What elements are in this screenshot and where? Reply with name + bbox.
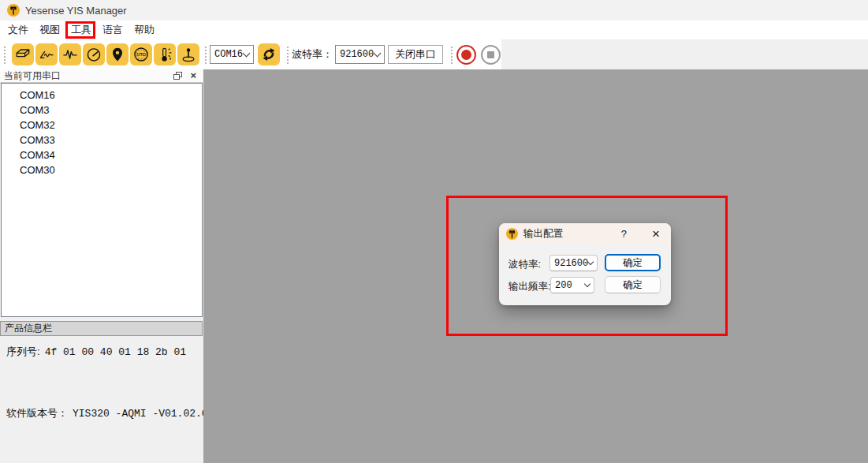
menu-item-help[interactable]: 帮助 [129, 21, 160, 39]
dialog-frequency-label: 输出频率: [509, 280, 550, 293]
utc-clock-button[interactable]: UTC [130, 43, 152, 65]
dialog-logo-icon [506, 228, 518, 240]
tools-menu-annotation-box [65, 21, 95, 39]
dialog-frequency-select[interactable]: 200 [550, 277, 594, 293]
menu-item-language[interactable]: 语言 [97, 21, 129, 39]
software-version-label: 软件版本号： [6, 407, 68, 419]
chevron-down-icon [374, 49, 382, 57]
dock-title: 当前可用串口 [4, 69, 173, 83]
chevron-down-icon [584, 281, 590, 287]
list-item-port[interactable]: COM30 [2, 162, 202, 177]
waveform-icon [61, 45, 80, 64]
list-item-port[interactable]: COM32 [2, 118, 202, 133]
location-button[interactable] [106, 43, 129, 65]
location-pin-icon [108, 45, 127, 64]
toolbar: UTC COM16 [0, 39, 868, 69]
dialog-frequency-ok-button[interactable]: 确定 [605, 276, 661, 293]
dialog-baud-select[interactable]: 921600 [549, 255, 598, 271]
angle-waveform-button[interactable] [35, 43, 58, 65]
dialog-help-button[interactable]: ? [621, 228, 627, 240]
menu-item-file[interactable]: 文件 [2, 21, 34, 39]
toolbar-grip-handle[interactable] [203, 45, 207, 64]
port-select[interactable]: COM16 [210, 45, 254, 64]
dialog-baud-label: 波特率: [509, 258, 541, 271]
gauge-button[interactable] [83, 43, 105, 65]
stop-button[interactable] [481, 45, 501, 65]
product-info-area: 序列号:4f 01 00 40 01 18 2b 01 软件版本号：YIS320… [0, 336, 203, 463]
angle-waveform-icon [37, 45, 56, 64]
list-item-port[interactable]: COM3 [2, 103, 202, 118]
joystick-button[interactable] [177, 43, 199, 65]
waveform-button[interactable] [59, 43, 81, 65]
software-version-value: YIS320 -AQMI -V01.02.03; [73, 408, 220, 420]
window-title: Yesense YIS Manager [25, 5, 127, 17]
toolbar-sections: UTC COM16 [0, 39, 501, 69]
tool-icon-group: UTC [12, 43, 199, 65]
close-serial-port-button[interactable]: 关闭串口 [388, 45, 443, 64]
dialog-title: 输出配置 [523, 227, 621, 241]
output-config-dialog: 输出配置 ? × 波特率: 921600 确定 输出频率: 200 确定 [499, 223, 671, 305]
thermometer-icon [155, 45, 174, 64]
record-icon [461, 50, 471, 60]
window-titlebar: Yesense YIS Manager [0, 0, 868, 21]
list-item-port[interactable]: COM33 [2, 133, 202, 147]
toolbar-grip-handle[interactable] [285, 45, 289, 64]
dialog-baud-ok-button[interactable]: 确定 [605, 254, 661, 271]
dialog-frequency-value: 200 [555, 280, 572, 291]
dialog-baud-value: 921600 [554, 258, 588, 269]
baud-rate-select[interactable]: 921600 [335, 45, 385, 64]
utc-clock-icon: UTC [132, 45, 151, 64]
stop-icon [487, 51, 494, 58]
dock-close-button[interactable]: × [190, 72, 196, 80]
refresh-ports-icon [259, 45, 278, 64]
dock-float-button[interactable] [173, 72, 182, 80]
float-window-icon [173, 72, 182, 80]
toolbar-grip-handle[interactable] [2, 45, 6, 64]
refresh-ports-button[interactable] [258, 43, 280, 65]
dock-header: 当前可用串口 × [0, 69, 203, 83]
chevron-down-icon [243, 49, 251, 57]
baud-rate-label: 波特率： [292, 47, 333, 62]
cube-3d-icon [13, 45, 32, 64]
app-logo-icon [7, 4, 20, 17]
port-select-value: COM16 [214, 49, 243, 60]
dialog-titlebar: 输出配置 ? × [499, 223, 671, 245]
list-item-port[interactable]: COM16 [2, 88, 202, 103]
temperature-button[interactable] [154, 43, 176, 65]
product-info-header: 产品信息栏 [0, 321, 203, 336]
baud-rate-select-value: 921600 [340, 49, 374, 60]
serial-number-value: 4f 01 00 40 01 18 2b 01 [45, 346, 186, 358]
joystick-icon [179, 45, 198, 64]
toolbar-grip-handle[interactable] [449, 45, 453, 64]
record-button[interactable] [456, 45, 476, 65]
menu-item-view[interactable]: 视图 [34, 21, 65, 39]
available-ports-list: COM16 COM3 COM32 COM33 COM34 COM30 [1, 83, 203, 317]
chevron-down-icon [587, 259, 594, 265]
menubar: 文件 视图 工具 语言 帮助 [0, 21, 868, 39]
cube-3d-button[interactable] [12, 43, 34, 65]
serial-number-label: 序列号: [6, 345, 40, 357]
list-item-port[interactable]: COM34 [2, 147, 202, 162]
serial-number-line: 序列号:4f 01 00 40 01 18 2b 01 [6, 345, 186, 359]
gauge-icon [84, 45, 103, 64]
svg-text:UTC: UTC [137, 52, 146, 57]
software-version-line: 软件版本号：YIS320 -AQMI -V01.02.03; [6, 406, 220, 420]
serial-port-dock-panel: 当前可用串口 × COM16 COM3 COM32 COM33 COM34 CO… [0, 69, 203, 463]
dialog-close-button[interactable]: × [652, 229, 660, 240]
